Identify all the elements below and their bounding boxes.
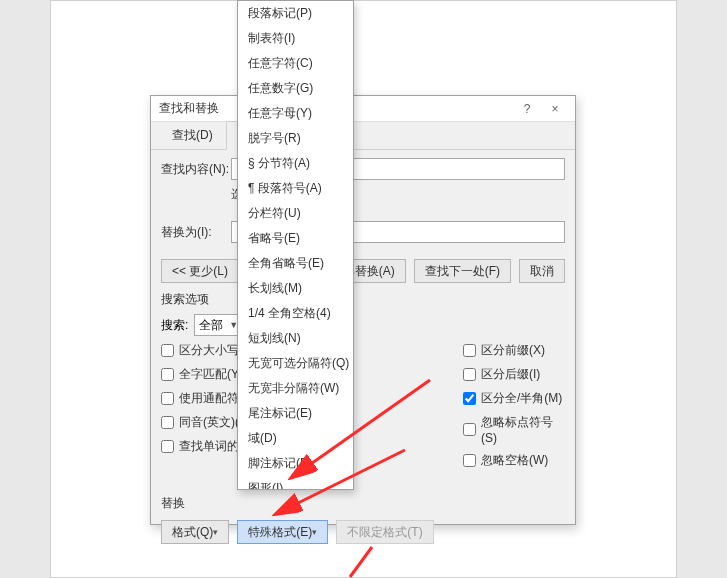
search-scope-label: 搜索: (161, 317, 188, 334)
dialog-titlebar: 查找和替换 ? × (151, 96, 575, 122)
find-replace-dialog: 查找和替换 ? × 查找(D) 替换 查找内容(N): 选项: 区 替换为(I)… (150, 95, 576, 525)
chk-fullhalf[interactable]: 区分全/半角(M) (463, 390, 565, 407)
chk-suffix[interactable]: 区分后缀(I) (463, 366, 565, 383)
menu-item[interactable]: 任意数字(G) (238, 76, 353, 101)
special-format-button[interactable]: 特殊格式(E) (237, 520, 328, 544)
search-scope-combo[interactable]: 全部 ▼ (194, 314, 243, 336)
menu-item[interactable]: 域(D) (238, 426, 353, 451)
menu-item[interactable]: 短划线(N) (238, 326, 353, 351)
menu-item[interactable]: 段落标记(P) (238, 1, 353, 26)
find-next-button[interactable]: 查找下一处(F) (414, 259, 511, 283)
chk-ignore-space[interactable]: 忽略空格(W) (463, 452, 565, 469)
chk-label: 使用通配符( (179, 390, 243, 407)
menu-item[interactable]: 全角省略号(E) (238, 251, 353, 276)
close-button[interactable]: × (541, 102, 569, 116)
menu-item[interactable]: 脚注标记(E) (238, 451, 353, 476)
chk-label: 区分前缀(X) (481, 342, 545, 359)
chk-prefix[interactable]: 区分前缀(X) (463, 342, 565, 359)
help-button[interactable]: ? (513, 102, 541, 116)
dialog-body: 查找内容(N): 选项: 区 替换为(I): << 更少(L) 部替换(A) 查… (151, 150, 575, 552)
menu-item[interactable]: 省略号(E) (238, 226, 353, 251)
chk-label: 区分后缀(I) (481, 366, 540, 383)
options-line: 选项: 区 (161, 186, 565, 203)
special-format-menu: 段落标记(P)制表符(I)任意字符(C)任意数字(G)任意字母(Y)脱字号(R)… (237, 0, 354, 490)
menu-item[interactable]: § 分节符(A) (238, 151, 353, 176)
menu-item[interactable]: 1/4 全角空格(4) (238, 301, 353, 326)
menu-item[interactable]: 制表符(I) (238, 26, 353, 51)
menu-item[interactable]: 无宽非分隔符(W) (238, 376, 353, 401)
menu-item[interactable]: 分栏符(U) (238, 201, 353, 226)
search-options-title: 搜索选项 (161, 291, 565, 308)
menu-item[interactable]: 脱字号(R) (238, 126, 353, 151)
search-scope-value: 全部 (199, 317, 223, 334)
no-format-button[interactable]: 不限定格式(T) (336, 520, 433, 544)
menu-item[interactable]: 任意字符(C) (238, 51, 353, 76)
menu-item[interactable]: 无宽可选分隔符(Q) (238, 351, 353, 376)
less-button[interactable]: << 更少(L) (161, 259, 239, 283)
chk-label: 区分全/半角(M) (481, 390, 562, 407)
dialog-tabs: 查找(D) 替换 (151, 122, 575, 150)
chk-label: 忽略标点符号(S) (481, 414, 565, 445)
menu-item[interactable]: 图形(I) (238, 476, 353, 490)
menu-item[interactable]: 长划线(M) (238, 276, 353, 301)
tab-find[interactable]: 查找(D) (159, 121, 226, 149)
menu-item[interactable]: ¶ 段落符号(A) (238, 176, 353, 201)
find-label: 查找内容(N): (161, 161, 231, 178)
format-button[interactable]: 格式(Q) (161, 520, 229, 544)
chk-ignore-punct[interactable]: 忽略标点符号(S) (463, 414, 565, 445)
cancel-button[interactable]: 取消 (519, 259, 565, 283)
chk-label: 忽略空格(W) (481, 452, 548, 469)
menu-item[interactable]: 尾注标记(E) (238, 401, 353, 426)
replace-label: 替换为(I): (161, 224, 231, 241)
menu-item[interactable]: 任意字母(Y) (238, 101, 353, 126)
chk-label: 全字匹配(Y) (179, 366, 243, 383)
replace-section-title: 替换 (161, 495, 565, 512)
